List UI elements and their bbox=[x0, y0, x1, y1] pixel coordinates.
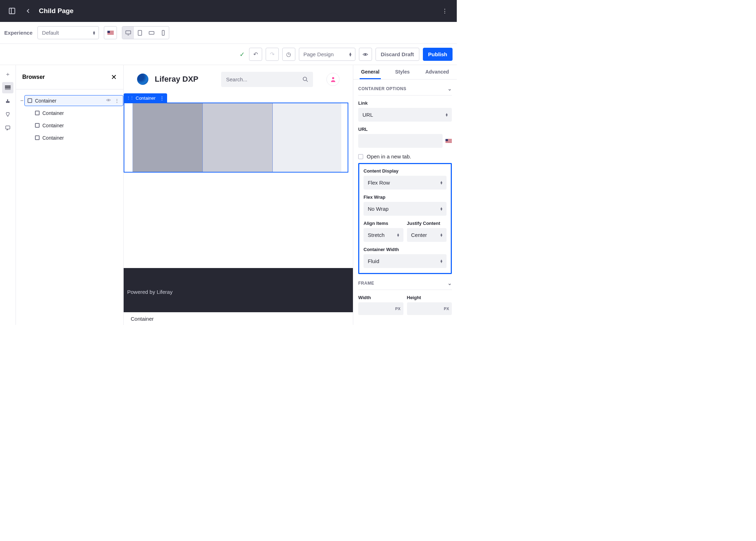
url-label: URL bbox=[358, 127, 452, 132]
height-label: Height bbox=[407, 295, 452, 300]
search-icon bbox=[302, 76, 308, 82]
height-input[interactable]: PX bbox=[407, 302, 452, 315]
device-group bbox=[122, 26, 169, 39]
chevron-down-icon: ⌄ bbox=[448, 86, 452, 92]
redo-button[interactable]: ↷ bbox=[266, 48, 279, 61]
justify-content-select[interactable]: Center ▲▼ bbox=[407, 228, 447, 242]
panel-toggle-icon[interactable] bbox=[6, 5, 18, 17]
visibility-icon[interactable] bbox=[106, 98, 111, 104]
discard-draft-button[interactable]: Discard Draft bbox=[376, 48, 419, 61]
device-mobile[interactable] bbox=[157, 27, 169, 39]
footer: Powered by Liferay bbox=[124, 268, 353, 316]
section-frame[interactable]: FRAME ⌄ bbox=[353, 274, 457, 290]
properties-panel: General Styles Advanced CONTAINER OPTION… bbox=[353, 65, 457, 325]
browser-panel-icon[interactable] bbox=[2, 82, 13, 93]
justify-content-label: Justify Content bbox=[407, 221, 447, 226]
svg-rect-11 bbox=[6, 126, 10, 129]
tab-styles[interactable]: Styles bbox=[394, 65, 411, 79]
tree-row[interactable]: Container bbox=[16, 119, 123, 132]
collapse-icon[interactable]: − bbox=[19, 98, 24, 104]
svg-rect-10 bbox=[5, 89, 11, 90]
svg-rect-4 bbox=[138, 30, 142, 35]
svg-point-7 bbox=[365, 53, 366, 55]
container-icon bbox=[35, 123, 40, 128]
link-select[interactable]: URL ▲▼ bbox=[358, 108, 452, 122]
page-title: Child Page bbox=[39, 7, 73, 15]
selected-container[interactable] bbox=[124, 103, 348, 173]
section-container-options[interactable]: CONTAINER OPTIONS ⌄ bbox=[353, 80, 457, 95]
chevron-down-icon: ⌄ bbox=[448, 280, 452, 286]
close-panel-button[interactable]: ✕ bbox=[111, 73, 117, 81]
content-panel-icon[interactable] bbox=[2, 109, 13, 120]
svg-rect-0 bbox=[9, 8, 15, 14]
selection-tag[interactable]: ⋮⋮ Container ⋮ bbox=[124, 93, 167, 103]
device-tablet[interactable] bbox=[134, 27, 146, 39]
url-input[interactable] bbox=[358, 134, 443, 148]
sort-icon: ▲▼ bbox=[349, 52, 352, 57]
drag-handle-icon[interactable]: ⋮⋮ bbox=[126, 96, 134, 100]
device-tablet-landscape[interactable] bbox=[146, 27, 157, 39]
back-button[interactable] bbox=[23, 5, 34, 17]
undo-button[interactable]: ↶ bbox=[249, 48, 262, 61]
newtab-label: Open in a new tab. bbox=[367, 153, 411, 159]
sort-icon: ▲▼ bbox=[92, 31, 96, 35]
saved-check-icon: ✓ bbox=[240, 51, 245, 58]
svg-rect-2 bbox=[126, 31, 131, 34]
comments-panel-icon[interactable] bbox=[2, 122, 13, 134]
align-items-select[interactable]: Stretch ▲▼ bbox=[364, 228, 403, 242]
container-width-label: Container Width bbox=[364, 247, 447, 252]
width-input[interactable]: PX bbox=[358, 302, 403, 315]
add-panel-icon[interactable]: ＋ bbox=[2, 69, 13, 80]
canvas: Liferay DXP Search... ⋮⋮ Container ⋮ Pow… bbox=[124, 65, 353, 325]
child-container[interactable] bbox=[273, 103, 341, 172]
topbar: Child Page ⋮ bbox=[0, 0, 457, 22]
preview-button[interactable] bbox=[359, 48, 372, 61]
tab-general[interactable]: General bbox=[360, 65, 381, 79]
svg-rect-8 bbox=[5, 86, 11, 87]
experience-label: Experience bbox=[4, 30, 33, 36]
design-panel-icon[interactable] bbox=[2, 95, 13, 107]
child-container[interactable] bbox=[133, 103, 203, 172]
svg-line-14 bbox=[306, 80, 308, 82]
us-flag-icon[interactable] bbox=[445, 139, 452, 143]
container-icon bbox=[35, 135, 40, 140]
svg-rect-6 bbox=[162, 30, 164, 35]
tab-advanced[interactable]: Advanced bbox=[424, 65, 450, 79]
device-desktop[interactable] bbox=[122, 27, 134, 39]
highlight-box: Content Display Flex Row ▲▼ Flex Wrap No… bbox=[358, 163, 452, 274]
svg-rect-5 bbox=[149, 31, 154, 34]
brand-title: Liferay DXP bbox=[155, 75, 199, 84]
toolbar-actions: ✓ ↶ ↷ ◷ Page Design ▲▼ Discard Draft Pub… bbox=[0, 44, 457, 65]
toolbar-experience: Experience Default ▲▼ bbox=[0, 22, 457, 44]
search-input[interactable]: Search... bbox=[221, 72, 313, 87]
us-flag-icon bbox=[107, 31, 114, 35]
canvas-header: Liferay DXP Search... bbox=[124, 65, 353, 93]
tree-row[interactable]: Container bbox=[16, 132, 123, 144]
brand-logo-icon bbox=[137, 74, 148, 85]
element-tree: − Container ⋮ Container Container bbox=[16, 89, 123, 144]
panel-tabs: General Styles Advanced bbox=[353, 65, 457, 80]
container-width-select[interactable]: Fluid ▲▼ bbox=[364, 254, 447, 268]
item-menu-icon[interactable]: ⋮ bbox=[114, 98, 119, 104]
page-mode-select[interactable]: Page Design ▲▼ bbox=[299, 48, 355, 61]
selection-menu-icon[interactable]: ⋮ bbox=[160, 95, 164, 101]
svg-rect-9 bbox=[5, 87, 11, 88]
container-icon bbox=[35, 111, 40, 115]
locale-button[interactable] bbox=[104, 26, 117, 39]
experience-select[interactable]: Default ▲▼ bbox=[37, 26, 99, 39]
more-menu-icon[interactable]: ⋮ bbox=[439, 5, 450, 17]
browser-title: Browser bbox=[22, 74, 45, 80]
tree-row[interactable]: Container bbox=[16, 107, 123, 119]
child-container[interactable] bbox=[203, 103, 273, 172]
avatar[interactable] bbox=[326, 73, 339, 86]
publish-button[interactable]: Publish bbox=[423, 48, 453, 61]
browser-panel: Browser ✕ − Container ⋮ Container bbox=[16, 65, 124, 325]
newtab-checkbox[interactable] bbox=[358, 154, 363, 159]
sidebar-icons: ＋ bbox=[0, 65, 16, 325]
history-button[interactable]: ◷ bbox=[282, 48, 295, 61]
content-display-select[interactable]: Flex Row ▲▼ bbox=[364, 176, 447, 190]
link-label: Link bbox=[358, 100, 452, 106]
main: ＋ Browser ✕ − Container bbox=[0, 65, 457, 325]
tree-row[interactable]: − Container ⋮ bbox=[16, 94, 123, 107]
flex-wrap-select[interactable]: No Wrap ▲▼ bbox=[364, 202, 447, 216]
